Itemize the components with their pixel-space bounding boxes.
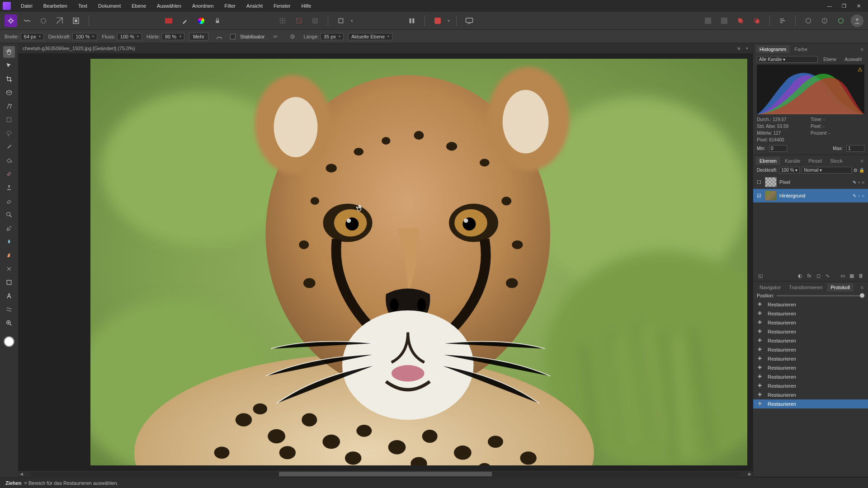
export-persona-icon[interactable]: [70, 14, 82, 27]
menu-filter[interactable]: Filter: [220, 1, 240, 10]
sponge-tool-icon[interactable]: [3, 249, 15, 261]
tone-map-persona-icon[interactable]: [53, 14, 66, 27]
lasso-tool-icon[interactable]: [3, 100, 15, 112]
history-item[interactable]: ✚Restaurieren: [753, 309, 868, 318]
develop-persona-icon[interactable]: [37, 14, 50, 27]
sync3-icon[interactable]: [835, 14, 847, 27]
eraser-tool-icon[interactable]: [3, 195, 15, 207]
mesh-tool-icon[interactable]: [3, 304, 15, 315]
history-item[interactable]: ✚Restaurieren: [753, 372, 868, 381]
snap-icon[interactable]: [431, 14, 444, 27]
square2-icon[interactable]: [718, 14, 731, 27]
hand-tool-icon[interactable]: [3, 46, 15, 58]
tab-brushes[interactable]: Pinsel: [805, 157, 826, 165]
photo-persona-icon[interactable]: [5, 14, 17, 27]
history-item[interactable]: ✚Restaurieren: [753, 336, 868, 345]
menu-auswählen[interactable]: Auswählen: [152, 1, 186, 10]
panel-menu-icon[interactable]: ≡: [859, 285, 865, 290]
crop-tool-icon[interactable]: [3, 73, 15, 85]
min-input[interactable]: [769, 145, 787, 152]
copy-red-icon[interactable]: [734, 14, 747, 27]
menu-ansicht[interactable]: Ansicht: [242, 1, 267, 10]
fill-tool-icon[interactable]: [3, 155, 15, 166]
menu-fenster[interactable]: Fenster: [269, 1, 295, 10]
shape-tool-icon[interactable]: [3, 277, 15, 288]
lock-icon[interactable]: ▫: [858, 193, 860, 198]
tab-transform[interactable]: Transformieren: [785, 283, 826, 291]
history-item[interactable]: ✚Restaurieren: [753, 318, 868, 327]
maximize-button[interactable]: ❐: [837, 1, 851, 10]
lock-icon[interactable]: ▫: [858, 180, 860, 185]
sync1-icon[interactable]: [802, 14, 815, 27]
account-avatar-icon[interactable]: [851, 14, 863, 27]
pressure-icon[interactable]: [213, 30, 226, 43]
tab-navigator[interactable]: Navigator: [756, 283, 784, 291]
history-item[interactable]: ✚Restaurieren: [753, 381, 868, 390]
menu-dokument[interactable]: Dokument: [94, 1, 125, 10]
mask-icon[interactable]: ◻: [815, 272, 822, 279]
rope-mode-icon[interactable]: [269, 30, 282, 43]
tab-stock[interactable]: Stock: [826, 157, 846, 165]
move-tool-icon[interactable]: [3, 60, 15, 71]
history-item[interactable]: ✚Restaurieren: [753, 327, 868, 336]
grid-full-icon[interactable]: [309, 14, 321, 27]
document-tab[interactable]: cheetah-g3635066ee_1920.jpg [Geändert] (…: [18, 43, 753, 53]
menu-text[interactable]: Text: [74, 1, 92, 10]
current-layer-select[interactable]: Aktuelle Ebene: [348, 33, 392, 40]
text-tool-icon[interactable]: [3, 290, 15, 302]
flood-tool-icon[interactable]: [3, 127, 15, 139]
length-input[interactable]: 35 px: [321, 33, 344, 40]
width-input[interactable]: 64 px: [21, 33, 44, 40]
gradient-tool-icon[interactable]: [3, 263, 15, 275]
channels-select[interactable]: Alle Kanäle ▾: [757, 56, 818, 63]
histogram-scope-layer[interactable]: Ebene: [821, 57, 839, 62]
smudge-tool-icon[interactable]: [3, 236, 15, 248]
lock-icon[interactable]: [211, 14, 224, 27]
clip-icon[interactable]: [335, 14, 347, 27]
columns-icon[interactable]: [406, 14, 418, 27]
menu-datei[interactable]: Datei: [16, 1, 37, 10]
align-icon[interactable]: [776, 14, 789, 27]
liquify-persona-icon[interactable]: [21, 14, 33, 27]
max-input[interactable]: [846, 145, 864, 152]
history-item[interactable]: ✚Restaurieren: [753, 363, 868, 372]
tab-histogram[interactable]: Histogramm: [756, 45, 790, 53]
square-icon[interactable]: [702, 14, 714, 27]
selection-tool-icon[interactable]: [3, 87, 15, 99]
history-item[interactable]: ✚Restaurieren: [753, 300, 868, 309]
visibility-icon[interactable]: ☑: [757, 193, 762, 198]
monitor-icon[interactable]: [463, 14, 476, 27]
menu-hilfe[interactable]: Hilfe: [297, 1, 316, 10]
history-item[interactable]: ✚Restaurieren: [753, 354, 868, 363]
live-filter-icon[interactable]: ∿: [824, 272, 831, 279]
dropper-icon[interactable]: [179, 14, 191, 27]
dodge-tool-icon[interactable]: [3, 209, 15, 221]
flow-input[interactable]: 100 %: [117, 33, 142, 40]
pen-tool-icon[interactable]: [3, 222, 15, 234]
swatch-red-icon[interactable]: [162, 14, 175, 27]
window-mode-icon[interactable]: [286, 30, 299, 43]
link-icon[interactable]: ○: [862, 193, 864, 198]
foreground-color-swatch[interactable]: [4, 336, 14, 347]
tab-layers[interactable]: Ebenen: [756, 157, 780, 165]
layer-lock-icon[interactable]: 🔒: [859, 168, 864, 173]
hardness-input[interactable]: 80 %: [162, 33, 184, 40]
tab-color[interactable]: Farbe: [791, 45, 811, 53]
menu-anordnen[interactable]: Anordnen: [188, 1, 218, 10]
close-tab-icon[interactable]: ×: [735, 45, 742, 52]
panel-menu-icon[interactable]: ≡: [859, 158, 865, 164]
sync2-icon[interactable]: [818, 14, 831, 27]
group-icon[interactable]: ▭: [839, 272, 846, 279]
menu-ebene[interactable]: Ebene: [127, 1, 151, 10]
tab-channels[interactable]: Kanäle: [781, 157, 804, 165]
link-icon[interactable]: ○: [862, 180, 864, 185]
history-item[interactable]: ✚Restaurieren: [753, 345, 868, 354]
layer-row[interactable]: ☑Hintergrund✎▫○: [753, 189, 868, 202]
layer-opacity-input[interactable]: 100 % ▾: [779, 167, 800, 174]
menu-bearbeiten[interactable]: Bearbeiten: [39, 1, 72, 10]
zoom-tool-icon[interactable]: [3, 317, 15, 329]
fx-icon[interactable]: fx: [806, 272, 813, 279]
adjustment-icon[interactable]: ◐: [797, 272, 804, 279]
grid-off-icon[interactable]: [292, 14, 305, 27]
history-slider[interactable]: [777, 295, 864, 296]
